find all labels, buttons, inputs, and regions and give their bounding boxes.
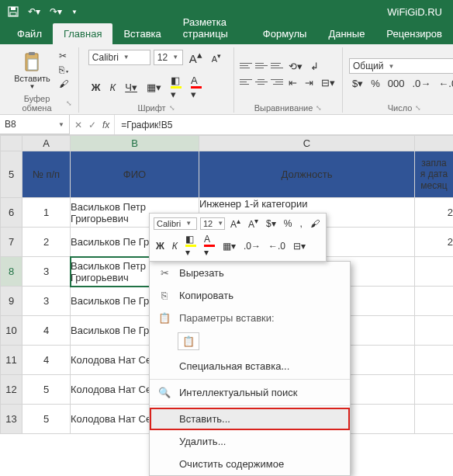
tab-home[interactable]: Главная	[53, 23, 112, 44]
font-color-icon[interactable]: A▾	[188, 73, 205, 102]
table-cell[interactable]	[415, 375, 454, 405]
row-header[interactable]: 8	[1, 257, 22, 287]
mini-fill-color-icon[interactable]: ◧▾	[183, 233, 199, 259]
mini-dec-decimal-icon[interactable]: ←.0	[266, 240, 288, 252]
mini-font-color-icon[interactable]: A▾	[202, 233, 217, 259]
table-cell[interactable]	[415, 316, 454, 346]
enter-formula-icon[interactable]: ✓	[88, 120, 96, 130]
dialog-launcher-icon[interactable]: ⤡	[415, 104, 421, 112]
table-cell[interactable]	[415, 257, 454, 287]
header-cell[interactable]: заплая датамесяц	[415, 151, 454, 198]
paste-default-icon[interactable]: 📋	[178, 332, 199, 350]
tab-insert[interactable]: Вставка	[112, 23, 171, 44]
header-cell[interactable]: ФИО	[71, 151, 199, 198]
percent-format-icon[interactable]: %	[368, 76, 383, 91]
ctx-smart-lookup[interactable]: 🔍Интеллектуальный поиск	[150, 381, 350, 404]
header-cell[interactable]: № п/п	[22, 151, 71, 198]
tab-page-layout[interactable]: Разметка страницы	[172, 12, 252, 44]
orientation-icon[interactable]: ⟲▾	[285, 59, 306, 74]
formula-input[interactable]: =График!B5	[115, 115, 453, 134]
row-header[interactable]: 11	[1, 346, 22, 375]
paste-button[interactable]: Вставить ▼	[11, 49, 54, 92]
decrease-font-icon[interactable]: A▾	[209, 50, 224, 65]
mini-decrease-font-icon[interactable]: A▾	[246, 216, 261, 231]
row-header[interactable]: 6	[1, 198, 22, 228]
row-header[interactable]: 13	[1, 405, 22, 434]
mini-font-combo[interactable]: Calibri▼	[154, 217, 197, 230]
borders-icon[interactable]: ▦▾	[144, 80, 164, 95]
col-header-b[interactable]: B	[71, 136, 199, 151]
decrease-indent-icon[interactable]: ⇤	[285, 75, 300, 90]
table-cell[interactable]: 4	[22, 316, 71, 346]
col-header-d[interactable]	[415, 136, 454, 151]
fx-icon[interactable]: fx	[102, 120, 109, 130]
table-cell[interactable]	[415, 287, 454, 316]
align-middle-icon[interactable]	[254, 59, 268, 71]
mini-increase-font-icon[interactable]: A▴	[228, 216, 243, 231]
tab-file[interactable]: Файл	[6, 23, 53, 44]
bold-button[interactable]: Ж	[88, 80, 104, 95]
merge-center-icon[interactable]: ⊟▾	[318, 75, 338, 90]
dialog-launcher-icon[interactable]: ⤡	[169, 104, 175, 112]
align-left-icon[interactable]	[239, 75, 253, 88]
row-header[interactable]: 12	[1, 375, 22, 405]
format-painter-icon[interactable]: 🖌	[57, 78, 72, 90]
font-size-combo[interactable]: 12▼	[154, 50, 183, 65]
decrease-decimal-icon[interactable]: ←.0	[435, 76, 453, 91]
copy-icon[interactable]: ⎘▾	[57, 64, 72, 76]
increase-indent-icon[interactable]: ⇥	[302, 75, 316, 90]
table-cell[interactable]: 2	[415, 198, 454, 228]
accounting-format-icon[interactable]: $▾	[349, 76, 366, 91]
cancel-formula-icon[interactable]: ✕	[74, 120, 82, 130]
increase-decimal-icon[interactable]: .0→	[410, 76, 434, 91]
table-cell[interactable]: 5	[22, 375, 71, 405]
row-header[interactable]: 9	[1, 287, 22, 316]
table-cell[interactable]	[415, 346, 454, 375]
table-cell[interactable]: 3	[22, 287, 71, 316]
ctx-paste-special[interactable]: Специальная вставка...	[150, 355, 350, 377]
italic-button[interactable]: К	[107, 80, 119, 95]
mini-bold-button[interactable]: Ж	[154, 240, 167, 252]
tab-formulas[interactable]: Формулы	[252, 23, 318, 44]
undo-icon[interactable]: ↶▾	[25, 5, 43, 19]
comma-format-icon[interactable]: 000	[385, 76, 408, 91]
mini-borders-icon[interactable]: ▦▾	[220, 240, 238, 252]
row-header[interactable]: 10	[1, 316, 22, 346]
cut-icon[interactable]: ✂	[57, 50, 72, 62]
ctx-delete[interactable]: Удалить...	[150, 430, 350, 453]
ctx-cut[interactable]: ✂Вырезать	[150, 262, 350, 284]
ctx-clear[interactable]: Очистить содержимое	[150, 453, 350, 475]
table-cell[interactable]: 5	[22, 405, 71, 434]
mini-percent-icon[interactable]: %	[282, 217, 295, 230]
wrap-text-icon[interactable]: ↲	[307, 59, 322, 74]
mini-size-combo[interactable]: 12▼	[200, 217, 225, 230]
select-all-corner[interactable]	[1, 136, 22, 151]
mini-inc-decimal-icon[interactable]: .0→	[241, 240, 263, 252]
redo-icon[interactable]: ↷▾	[47, 5, 65, 19]
align-center-icon[interactable]	[254, 75, 268, 88]
mini-comma-icon[interactable]: ,	[297, 217, 304, 230]
col-header-a[interactable]: A	[22, 136, 71, 151]
dialog-launcher-icon[interactable]: ⤡	[316, 104, 322, 112]
table-cell[interactable]: 3	[22, 257, 71, 287]
dialog-launcher-icon[interactable]: ⤡	[66, 99, 72, 107]
mini-format-painter-icon[interactable]: 🖌	[308, 217, 322, 230]
number-format-combo[interactable]: Общий▼	[349, 58, 453, 74]
customize-qat-icon[interactable]: ▼	[68, 7, 81, 17]
table-cell[interactable]	[415, 405, 454, 434]
align-top-icon[interactable]	[239, 59, 253, 71]
name-box[interactable]: B8▼	[0, 115, 70, 134]
row-header[interactable]: 5	[1, 151, 22, 198]
increase-font-icon[interactable]: A▴	[186, 47, 206, 67]
fill-color-icon[interactable]: ◧▾	[168, 73, 185, 102]
tab-review[interactable]: Рецензиров	[375, 23, 453, 44]
ctx-insert[interactable]: Вставить...	[150, 408, 350, 430]
align-right-icon[interactable]	[270, 75, 284, 88]
row-header[interactable]: 7	[1, 228, 22, 257]
table-cell[interactable]: 2	[415, 228, 454, 257]
underline-button[interactable]: Ч▾	[122, 80, 140, 95]
mini-accounting-icon[interactable]: $▾	[264, 217, 278, 230]
table-cell[interactable]: 1	[22, 198, 71, 228]
mini-merge-icon[interactable]: ⊟▾	[291, 240, 308, 252]
table-cell[interactable]: 4	[22, 346, 71, 375]
